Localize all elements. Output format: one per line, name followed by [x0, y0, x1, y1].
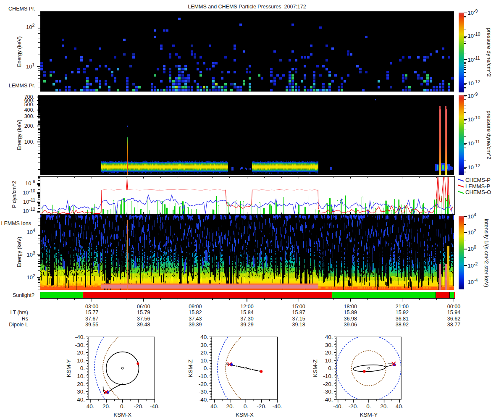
svg-text:-40.: -40. — [199, 396, 208, 403]
svg-text:KSM-X: KSM-X — [113, 412, 131, 418]
svg-text:40.: 40. — [87, 403, 94, 410]
svg-text:20.: 20. — [77, 381, 85, 387]
svg-text:10.: 10. — [325, 357, 333, 364]
svg-text:30.: 30. — [325, 342, 333, 348]
svg-text:-10.: -10. — [75, 357, 85, 364]
svg-text:20.: 20. — [226, 403, 234, 410]
svg-text:40.: 40. — [396, 403, 404, 410]
svg-text:-40.: -40. — [323, 396, 333, 403]
svg-text:30.: 30. — [200, 342, 208, 348]
svg-text:0.: 0. — [80, 365, 85, 371]
svg-text:KSM-Z: KSM-Z — [187, 360, 194, 377]
svg-text:-20.: -20. — [75, 349, 85, 356]
svg-text:40.: 40. — [210, 403, 218, 410]
svg-text:-30.: -30. — [199, 388, 208, 395]
svg-text:20.: 20. — [325, 349, 333, 356]
svg-text:20.: 20. — [380, 403, 388, 410]
svg-text:40.: 40. — [325, 334, 333, 340]
svg-text:-30.: -30. — [75, 342, 85, 348]
svg-text:40.: 40. — [77, 396, 85, 403]
svg-text:-20.: -20. — [323, 381, 333, 387]
svg-text:-40.: -40. — [150, 403, 160, 410]
svg-text:-30.: -30. — [323, 388, 333, 395]
svg-text:20.: 20. — [102, 403, 110, 410]
svg-text:10.: 10. — [200, 357, 208, 364]
svg-text:-40.: -40. — [75, 334, 85, 340]
svg-text:-20.: -20. — [134, 403, 143, 410]
svg-text:-10.: -10. — [323, 373, 333, 379]
svg-text:0.: 0. — [244, 403, 248, 410]
svg-text:KSM-Y: KSM-Y — [66, 359, 72, 377]
svg-text:-10.: -10. — [199, 373, 208, 379]
svg-text:-40.: -40. — [273, 403, 282, 410]
svg-text:KSM-X: KSM-X — [236, 412, 254, 418]
svg-text:-40.: -40. — [333, 403, 343, 410]
svg-text:10.: 10. — [77, 373, 85, 379]
svg-text:30.: 30. — [77, 388, 85, 395]
svg-text:0.: 0. — [366, 403, 371, 410]
svg-text:0.: 0. — [204, 365, 208, 371]
svg-text:KSM-Z: KSM-Z — [312, 360, 318, 377]
svg-text:-20.: -20. — [199, 381, 208, 387]
svg-text:40.: 40. — [200, 334, 208, 340]
svg-text:0.: 0. — [328, 365, 333, 371]
svg-text:-20.: -20. — [349, 403, 358, 410]
svg-text:-20.: -20. — [257, 403, 266, 410]
svg-text:KSM-Y: KSM-Y — [360, 412, 378, 418]
svg-text:20.: 20. — [200, 349, 208, 356]
svg-text:0.: 0. — [120, 403, 125, 410]
